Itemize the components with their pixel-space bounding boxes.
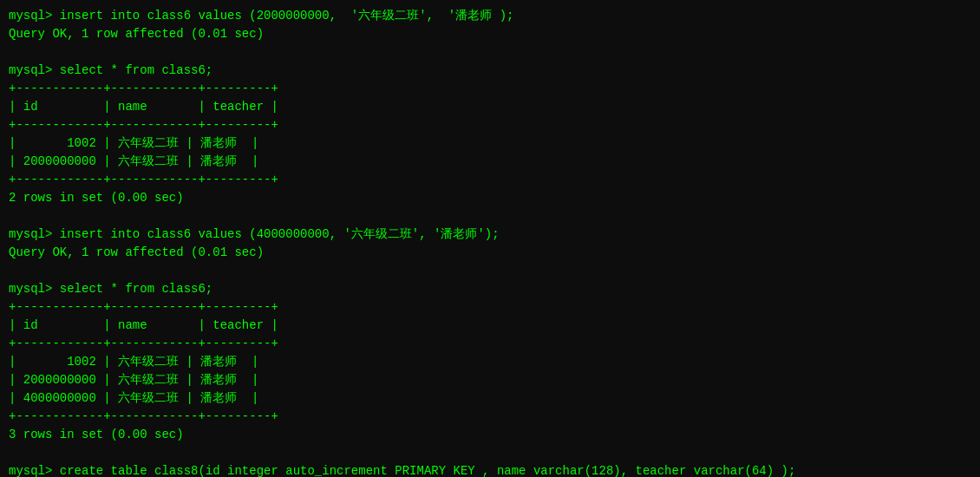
table2-top-border: +------------+------------+---------+ — [9, 298, 971, 317]
blank-3 — [9, 444, 971, 462]
blank-2 — [9, 262, 971, 280]
blank-1 — [9, 207, 971, 225]
table2-header: | id | name | teacher | — [9, 317, 971, 335]
line-4: mysql> select * from class6; — [9, 62, 971, 80]
query-ok-2: Query OK, 1 row affected (0.01 sec) — [9, 244, 971, 262]
insert-2: mysql> insert into class6 values (400000… — [9, 225, 971, 244]
line-2: Query OK, 1 row affected (0.01 sec) — [9, 25, 971, 43]
table2-bottom-border: +------------+------------+---------+ — [9, 408, 971, 426]
select-2: mysql> select * from class6; — [9, 280, 971, 298]
table1-row1: | 1002 | 六年级二班 | 潘老师 | — [9, 134, 971, 153]
table1-mid-border: +------------+------------+---------+ — [9, 116, 971, 134]
table2-row2: | 2000000000 | 六年级二班 | 潘老师 | — [9, 371, 971, 389]
table2-mid-border: +------------+------------+---------+ — [9, 335, 971, 353]
terminal: mysql> insert into class6 values (200000… — [9, 7, 971, 470]
result-2: 3 rows in set (0.00 sec) — [9, 426, 971, 444]
table1-top-border: +------------+------------+---------+ — [9, 80, 971, 98]
table2-row3: | 4000000000 | 六年级二班 | 潘老师 | — [9, 389, 971, 408]
line-1: mysql> insert into class6 values (200000… — [9, 7, 971, 25]
line-3 — [9, 43, 971, 62]
create-table: mysql> create table class8(id integer au… — [9, 462, 971, 477]
table1-bottom-border: +------------+------------+---------+ — [9, 171, 971, 189]
table1-header: | id | name | teacher | — [9, 98, 971, 116]
table1-row2: | 2000000000 | 六年级二班 | 潘老师 | — [9, 153, 971, 171]
result-1: 2 rows in set (0.00 sec) — [9, 189, 971, 207]
table2-row1: | 1002 | 六年级二班 | 潘老师 | — [9, 353, 971, 371]
